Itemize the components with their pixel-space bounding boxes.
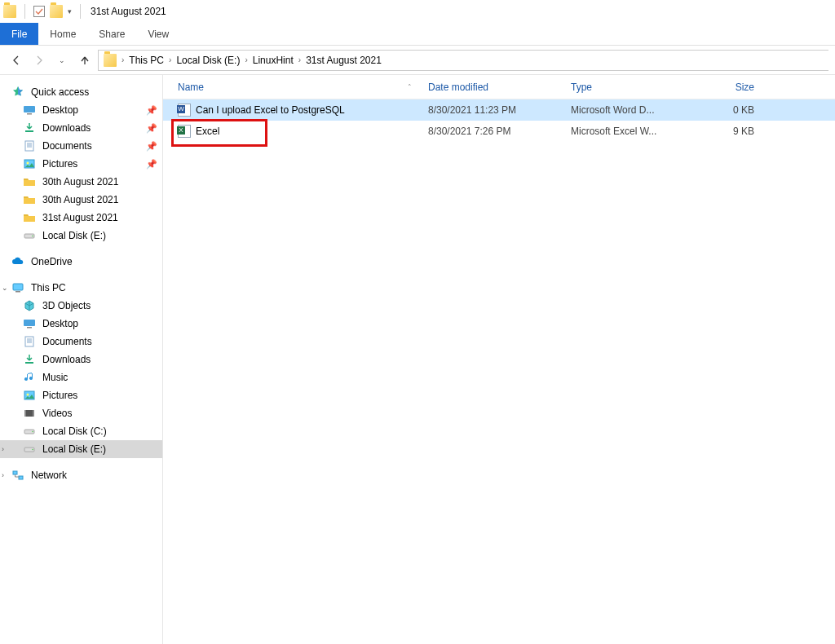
group-this-pc: ⌄ This PC 3D ObjectsDesktopDocumentsDown… [0,279,162,458]
cube-icon [23,299,36,312]
sidebar-item[interactable]: Documents [0,333,162,351]
sidebar-item-label: Music [42,372,68,383]
sidebar-quick-access[interactable]: Quick access [0,83,162,101]
sidebar-item[interactable]: Pictures [0,386,162,404]
column-date[interactable]: Date modified [420,82,563,93]
chevron-down-icon[interactable]: ⌄ [2,284,8,292]
ribbon-tabs: File Home Share View [0,23,835,46]
drive-icon [23,443,36,456]
svg-point-28 [32,449,33,451]
pin-icon: 📌 [146,123,157,134]
file-row[interactable]: Excel8/30/2021 7:26 PMMicrosoft Excel W.… [163,121,835,142]
sidebar-item[interactable]: 30th August 2021 [0,191,162,209]
crumb-folder-1[interactable]: LinuxHint [253,55,294,66]
file-size-cell: 0 KB [697,104,762,116]
sidebar-item[interactable]: Pictures📌 [0,155,162,173]
desktop-icon [23,317,36,330]
column-type-label: Type [571,82,592,93]
sidebar-item-label: Documents [42,336,92,347]
word-file-icon [178,104,191,117]
chevron-right-icon[interactable]: › [2,471,4,479]
sidebar-item-label: Local Disk (E:) [42,443,106,455]
drive-icon [23,425,36,438]
file-date-cell: 8/30/2021 11:23 PM [420,104,563,116]
sidebar-item-label: Pictures [42,390,77,401]
file-list-pane: Name ˄ Date modified Type Size Can I upl… [163,75,835,644]
group-onedrive: OneDrive [0,253,162,271]
tab-view-label: View [148,29,169,40]
pc-icon [11,281,24,294]
sidebar-this-pc[interactable]: ⌄ This PC [0,279,162,297]
svg-rect-24 [33,410,34,417]
column-name-label: Name [178,82,204,93]
file-name-label: Excel [196,126,219,137]
address-bar[interactable]: › This PC › Local Disk (E:) › LinuxHint … [98,50,828,71]
column-size-label: Size [736,82,754,93]
file-date-cell: 8/30/2021 7:26 PM [420,126,563,137]
sidebar-item[interactable]: Downloads📌 [0,119,162,137]
chevron-right-icon[interactable]: › [298,55,301,64]
title-bar: ▾ 31st August 2021 [0,0,835,23]
tab-file-label: File [11,29,27,40]
sidebar-item-label: 30th August 2021 [42,176,118,187]
back-button[interactable] [7,51,26,70]
star-icon [11,86,24,99]
sidebar-item[interactable]: 3D Objects [0,297,162,315]
chevron-right-icon[interactable]: › [169,55,171,64]
sidebar-item[interactable]: 30th August 2021 [0,173,162,191]
recent-locations-button[interactable]: ⌄ [52,51,72,70]
sidebar-onedrive[interactable]: OneDrive [0,253,162,271]
picture-icon [23,389,36,402]
sidebar-network[interactable]: › Network [0,466,162,484]
file-type-cell: Microsoft Word D... [563,104,697,116]
file-row[interactable]: Can I upload Excel to PostgreSQL8/30/202… [163,99,835,121]
sidebar-item-label: Desktop [42,318,78,329]
chevron-right-icon[interactable]: › [245,55,247,64]
sidebar-item-label: Downloads [42,122,91,134]
group-network: › Network [0,466,162,484]
sidebar-item[interactable]: Local Disk (C:) [0,422,162,440]
sort-asc-icon: ˄ [408,83,412,91]
tab-file[interactable]: File [0,23,38,45]
window-title: 31st August 2021 [91,6,166,17]
file-name-label: Can I upload Excel to PostgreSQL [196,104,345,116]
sidebar-item[interactable]: ›Local Disk (E:) [0,440,162,458]
crumb-this-pc[interactable]: This PC [129,55,164,66]
document-icon [23,139,36,152]
svg-rect-15 [25,337,33,346]
sidebar-item-label: Local Disk (E:) [42,230,106,241]
new-folder-icon[interactable] [50,5,63,18]
sidebar-item[interactable]: Videos [0,404,162,422]
column-size[interactable]: Size [697,82,762,93]
sidebar-item-label: Downloads [42,354,91,365]
folder-icon [23,211,36,224]
forward-button[interactable] [29,51,49,70]
column-type[interactable]: Type [563,82,697,93]
column-name[interactable]: Name ˄ [163,82,420,93]
sidebar-item[interactable]: Local Disk (E:) [0,227,162,245]
sidebar-item[interactable]: 31st August 2021 [0,209,162,227]
quick-access-toolbar: ▾ [3,4,84,19]
crumb-folder-2[interactable]: 31st August 2021 [306,55,382,66]
sidebar-item[interactable]: Documents📌 [0,137,162,155]
properties-check-icon[interactable] [33,6,45,17]
sidebar-quick-access-label: Quick access [31,86,89,98]
chevron-right-icon[interactable]: › [2,445,4,453]
qat-dropdown-icon[interactable]: ▾ [68,7,72,15]
sidebar-item[interactable]: Desktop📌 [0,101,162,119]
sidebar-item[interactable]: Downloads [0,351,162,368]
music-icon [23,371,36,384]
up-button[interactable] [75,51,95,70]
group-quick-access: Quick access Desktop📌Downloads📌Documents… [0,83,162,245]
file-name-cell: Can I upload Excel to PostgreSQL [163,104,420,117]
tab-share[interactable]: Share [87,23,136,45]
sidebar-item[interactable]: Music [0,368,162,386]
svg-rect-23 [24,410,26,417]
tab-view[interactable]: View [136,23,180,45]
chevron-right-icon[interactable]: › [121,55,124,64]
tab-home[interactable]: Home [38,23,87,45]
sidebar-item-label: Local Disk (C:) [42,426,107,437]
sidebar-item[interactable]: Desktop [0,315,162,333]
crumb-drive[interactable]: Local Disk (E:) [176,55,240,66]
svg-rect-14 [27,327,32,329]
